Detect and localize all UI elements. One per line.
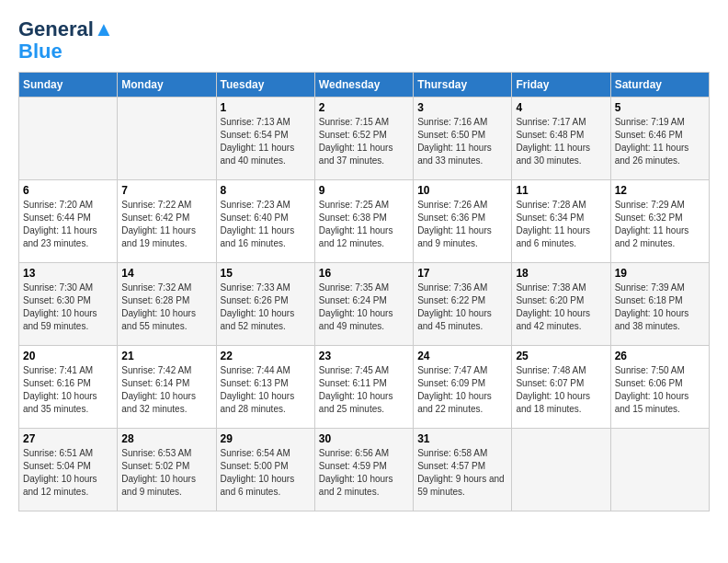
logo-blue: Blue [18,40,63,63]
day-info: Sunrise: 7:35 AM Sunset: 6:24 PM Dayligh… [319,282,409,333]
day-number: 30 [319,432,409,445]
calendar-cell: 17Sunrise: 7:36 AM Sunset: 6:22 PM Dayli… [414,263,512,346]
day-info: Sunrise: 7:23 AM Sunset: 6:40 PM Dayligh… [221,199,311,250]
calendar-cell: 20Sunrise: 7:41 AM Sunset: 6:16 PM Dayli… [19,346,118,429]
day-info: Sunrise: 7:47 AM Sunset: 6:09 PM Dayligh… [417,364,507,416]
day-info: Sunrise: 7:15 AM Sunset: 6:52 PM Dayligh… [319,116,409,167]
day-number: 29 [221,432,311,445]
day-number: 5 [615,101,705,114]
calendar-cell [512,429,610,511]
calendar-cell: 6Sunrise: 7:20 AM Sunset: 6:44 PM Daylig… [19,180,118,263]
day-info: Sunrise: 6:54 AM Sunset: 5:00 PM Dayligh… [221,447,311,499]
calendar-cell: 2Sunrise: 7:15 AM Sunset: 6:52 PM Daylig… [314,98,413,180]
day-header-monday: Monday [118,73,216,98]
day-info: Sunrise: 7:41 AM Sunset: 6:16 PM Dayligh… [23,364,113,416]
calendar-cell: 12Sunrise: 7:29 AM Sunset: 6:32 PM Dayli… [610,180,709,263]
day-info: Sunrise: 7:28 AM Sunset: 6:34 PM Dayligh… [516,199,606,250]
logo-text: General▲ [18,18,114,40]
calendar-cell: 19Sunrise: 7:39 AM Sunset: 6:18 PM Dayli… [610,263,709,346]
day-info: Sunrise: 7:38 AM Sunset: 6:20 PM Dayligh… [516,282,606,333]
day-number: 25 [516,350,606,362]
day-number: 12 [615,184,705,197]
day-info: Sunrise: 7:26 AM Sunset: 6:36 PM Dayligh… [417,199,507,250]
day-number: 21 [121,350,211,362]
day-info: Sunrise: 7:42 AM Sunset: 6:14 PM Dayligh… [121,364,211,416]
calendar-cell: 14Sunrise: 7:32 AM Sunset: 6:28 PM Dayli… [118,263,216,346]
day-header-saturday: Saturday [610,73,709,98]
day-header-wednesday: Wednesday [314,73,413,98]
day-number: 18 [516,267,606,280]
calendar-cell: 23Sunrise: 7:45 AM Sunset: 6:11 PM Dayli… [314,346,413,429]
calendar-cell: 29Sunrise: 6:54 AM Sunset: 5:00 PM Dayli… [216,429,314,511]
day-number: 24 [417,350,507,362]
day-info: Sunrise: 7:30 AM Sunset: 6:30 PM Dayligh… [23,282,113,333]
calendar-cell: 10Sunrise: 7:26 AM Sunset: 6:36 PM Dayli… [414,180,512,263]
day-number: 19 [615,267,705,280]
day-number: 14 [121,267,211,280]
day-info: Sunrise: 7:33 AM Sunset: 6:26 PM Dayligh… [221,282,311,333]
day-number: 2 [319,101,409,114]
day-info: Sunrise: 7:19 AM Sunset: 6:46 PM Dayligh… [615,116,705,167]
day-info: Sunrise: 6:58 AM Sunset: 4:57 PM Dayligh… [417,447,507,499]
calendar-cell: 8Sunrise: 7:23 AM Sunset: 6:40 PM Daylig… [216,180,314,263]
calendar-cell: 30Sunrise: 6:56 AM Sunset: 4:59 PM Dayli… [314,429,413,511]
day-header-tuesday: Tuesday [216,73,314,98]
calendar-cell: 9Sunrise: 7:25 AM Sunset: 6:38 PM Daylig… [314,180,413,263]
day-number: 1 [221,101,311,114]
calendar-cell: 28Sunrise: 6:53 AM Sunset: 5:02 PM Dayli… [118,429,216,511]
day-number: 11 [516,184,606,197]
day-info: Sunrise: 7:45 AM Sunset: 6:11 PM Dayligh… [319,364,409,416]
day-number: 8 [221,184,311,197]
day-number: 3 [417,101,507,114]
calendar-cell: 13Sunrise: 7:30 AM Sunset: 6:30 PM Dayli… [19,263,118,346]
calendar-cell: 22Sunrise: 7:44 AM Sunset: 6:13 PM Dayli… [216,346,314,429]
day-number: 9 [319,184,409,197]
page-header: General▲ Blue [18,18,710,63]
calendar-week-2: 6Sunrise: 7:20 AM Sunset: 6:44 PM Daylig… [19,180,710,263]
calendar-cell: 1Sunrise: 7:13 AM Sunset: 6:54 PM Daylig… [216,98,314,180]
calendar-header-row: SundayMondayTuesdayWednesdayThursdayFrid… [19,73,710,98]
day-info: Sunrise: 7:13 AM Sunset: 6:54 PM Dayligh… [221,116,311,167]
day-number: 31 [417,432,507,445]
day-info: Sunrise: 7:17 AM Sunset: 6:48 PM Dayligh… [516,116,606,167]
calendar-week-5: 27Sunrise: 6:51 AM Sunset: 5:04 PM Dayli… [19,429,710,511]
day-info: Sunrise: 7:20 AM Sunset: 6:44 PM Dayligh… [23,199,113,250]
day-info: Sunrise: 7:22 AM Sunset: 6:42 PM Dayligh… [121,199,211,250]
calendar-cell: 5Sunrise: 7:19 AM Sunset: 6:46 PM Daylig… [610,98,709,180]
calendar-cell: 11Sunrise: 7:28 AM Sunset: 6:34 PM Dayli… [512,180,610,263]
calendar-cell: 21Sunrise: 7:42 AM Sunset: 6:14 PM Dayli… [118,346,216,429]
day-info: Sunrise: 7:39 AM Sunset: 6:18 PM Dayligh… [615,282,705,333]
day-header-thursday: Thursday [414,73,512,98]
logo: General▲ Blue [18,18,114,63]
day-number: 23 [319,350,409,362]
day-number: 16 [319,267,409,280]
day-header-friday: Friday [512,73,610,98]
day-number: 20 [23,350,113,362]
calendar-cell: 18Sunrise: 7:38 AM Sunset: 6:20 PM Dayli… [512,263,610,346]
day-info: Sunrise: 7:25 AM Sunset: 6:38 PM Dayligh… [319,199,409,250]
calendar-cell: 27Sunrise: 6:51 AM Sunset: 5:04 PM Dayli… [19,429,118,511]
calendar-cell: 7Sunrise: 7:22 AM Sunset: 6:42 PM Daylig… [118,180,216,263]
day-number: 15 [221,267,311,280]
day-info: Sunrise: 7:16 AM Sunset: 6:50 PM Dayligh… [417,116,507,167]
day-info: Sunrise: 7:50 AM Sunset: 6:06 PM Dayligh… [615,364,705,416]
calendar-week-3: 13Sunrise: 7:30 AM Sunset: 6:30 PM Dayli… [19,263,710,346]
calendar-cell: 15Sunrise: 7:33 AM Sunset: 6:26 PM Dayli… [216,263,314,346]
day-number: 27 [23,432,113,445]
day-number: 7 [121,184,211,197]
calendar-cell: 26Sunrise: 7:50 AM Sunset: 6:06 PM Dayli… [610,346,709,429]
calendar-cell [19,98,118,180]
calendar-week-1: 1Sunrise: 7:13 AM Sunset: 6:54 PM Daylig… [19,98,710,180]
calendar-cell: 16Sunrise: 7:35 AM Sunset: 6:24 PM Dayli… [314,263,413,346]
day-info: Sunrise: 6:51 AM Sunset: 5:04 PM Dayligh… [23,447,113,499]
calendar-cell: 3Sunrise: 7:16 AM Sunset: 6:50 PM Daylig… [414,98,512,180]
day-info: Sunrise: 7:36 AM Sunset: 6:22 PM Dayligh… [417,282,507,333]
calendar-cell: 24Sunrise: 7:47 AM Sunset: 6:09 PM Dayli… [414,346,512,429]
day-number: 6 [23,184,113,197]
calendar-cell: 25Sunrise: 7:48 AM Sunset: 6:07 PM Dayli… [512,346,610,429]
day-header-sunday: Sunday [19,73,118,98]
day-number: 4 [516,101,606,114]
calendar-cell: 4Sunrise: 7:17 AM Sunset: 6:48 PM Daylig… [512,98,610,180]
day-info: Sunrise: 7:48 AM Sunset: 6:07 PM Dayligh… [516,364,606,416]
day-info: Sunrise: 6:53 AM Sunset: 5:02 PM Dayligh… [121,447,211,499]
